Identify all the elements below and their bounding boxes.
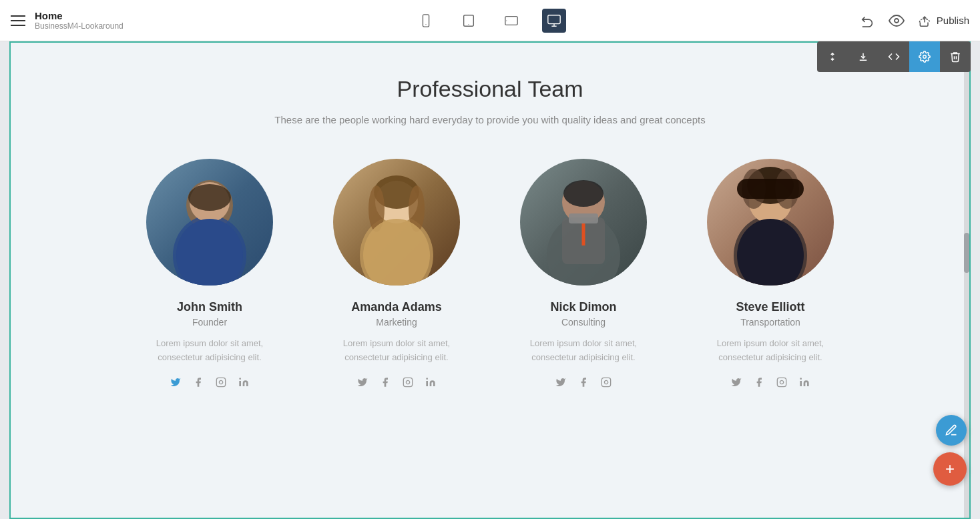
member-bio-steve-elliott: Lorem ipsum dolor sit amet,consectetur a… — [717, 337, 824, 365]
section-toolbar — [817, 41, 971, 72]
member-role-amanda-adams: Marketing — [376, 317, 417, 328]
svg-rect-50 — [777, 378, 786, 386]
team-section: Professional Team These are the people w… — [11, 43, 969, 429]
member-bio-nick-dimon: Lorem ipsum dolor sit amet,consectetur a… — [530, 337, 637, 365]
settings-button[interactable] — [909, 41, 940, 72]
member-bio-john-smith: Lorem ipsum dolor sit amet,consectetur a… — [156, 337, 263, 365]
svg-point-34 — [426, 378, 428, 380]
member-role-steve-elliott: Transportation — [740, 317, 800, 328]
member-name-amanda-adams: Amanda Adams — [351, 300, 441, 314]
member-bio-amanda-adams: Lorem ipsum dolor sit amet,consectetur a… — [343, 337, 450, 365]
facebook-icon-steve-elliott[interactable] — [752, 376, 766, 389]
code-button[interactable] — [879, 41, 909, 72]
facebook-icon-john-smith[interactable] — [192, 376, 205, 389]
preview-button[interactable] — [889, 13, 905, 29]
scrollbar-track[interactable] — [964, 43, 969, 518]
instagram-icon-amanda-adams[interactable] — [401, 376, 415, 389]
undo-button[interactable] — [861, 13, 875, 28]
download-button[interactable] — [848, 41, 879, 72]
social-icons-john-smith — [169, 376, 250, 389]
social-icons-steve-elliott — [730, 376, 811, 389]
delete-button[interactable] — [940, 41, 971, 72]
svg-rect-4 — [505, 16, 517, 25]
top-bar-left: Home BusinessM4-Lookaround — [11, 10, 144, 31]
tablet-landscape-view-button[interactable] — [499, 9, 523, 33]
svg-rect-21 — [216, 378, 225, 386]
tablet-view-button[interactable] — [457, 9, 481, 33]
svg-rect-41 — [601, 378, 610, 386]
linkedin-icon-steve-elliott[interactable] — [798, 376, 811, 389]
twitter-icon-john-smith[interactable] — [169, 376, 182, 389]
fab-add-button[interactable]: + — [933, 452, 967, 486]
fab-edit-button[interactable] — [936, 415, 967, 446]
svg-rect-39 — [569, 213, 598, 223]
linkedin-icon-john-smith[interactable] — [237, 376, 250, 389]
fab-add-icon: + — [945, 460, 955, 478]
team-grid: John Smith Founder Lorem ipsum dolor sit… — [64, 159, 916, 389]
svg-rect-52 — [800, 381, 802, 386]
member-name-steve-elliott: Steve Elliott — [736, 300, 804, 314]
member-name-nick-dimon: Nick Dimon — [550, 300, 616, 314]
linkedin-icon-amanda-adams[interactable] — [424, 376, 437, 389]
team-member-john-smith: John Smith Founder Lorem ipsum dolor sit… — [136, 159, 283, 389]
svg-point-24 — [239, 378, 241, 380]
team-member-steve-elliott: Steve Elliott Transportation Lorem ipsum… — [697, 159, 844, 389]
page-canvas: Professional Team These are the people w… — [9, 41, 971, 519]
twitter-icon-amanda-adams[interactable] — [356, 376, 369, 389]
member-role-john-smith: Founder — [192, 317, 227, 328]
publish-label: Publish — [937, 15, 969, 26]
social-icons-amanda-adams — [356, 376, 437, 389]
move-up-button[interactable] — [817, 41, 848, 72]
svg-rect-33 — [426, 381, 428, 386]
site-info: Home BusinessM4-Lookaround — [35, 10, 124, 31]
facebook-icon-nick-dimon[interactable] — [577, 376, 590, 389]
publish-button[interactable]: Publish — [918, 14, 969, 27]
hamburger-menu[interactable] — [11, 15, 25, 26]
top-bar: Home BusinessM4-Lookaround — [0, 0, 980, 41]
avatar-steve-elliott — [707, 159, 834, 286]
scrollbar-thumb[interactable] — [964, 233, 969, 273]
svg-rect-23 — [239, 381, 241, 386]
svg-rect-49 — [737, 179, 804, 199]
mobile-view-button[interactable] — [414, 9, 438, 33]
section-title: Professional Team — [64, 76, 916, 102]
member-role-nick-dimon: Consulting — [561, 317, 605, 328]
twitter-icon-steve-elliott[interactable] — [730, 376, 743, 389]
svg-point-19 — [188, 184, 231, 211]
instagram-icon-nick-dimon[interactable] — [599, 376, 613, 389]
svg-point-15 — [923, 55, 927, 59]
team-member-amanda-adams: Amanda Adams Marketing Lorem ipsum dolor… — [323, 159, 470, 389]
svg-rect-31 — [403, 378, 412, 386]
svg-point-53 — [800, 378, 802, 380]
avatar-john-smith — [146, 159, 273, 286]
social-icons-nick-dimon — [554, 376, 613, 389]
svg-point-37 — [563, 180, 603, 207]
site-title: Home — [35, 10, 124, 21]
member-name-john-smith: John Smith — [177, 300, 242, 314]
desktop-view-button[interactable] — [542, 9, 566, 33]
twitter-icon-nick-dimon[interactable] — [554, 376, 567, 389]
site-subtitle: BusinessM4-Lookaround — [35, 21, 124, 31]
svg-rect-6 — [548, 15, 560, 23]
avatar-amanda-adams — [333, 159, 460, 286]
facebook-icon-amanda-adams[interactable] — [379, 376, 392, 389]
team-member-nick-dimon: Nick Dimon Consulting Lorem ipsum dolor … — [510, 159, 657, 389]
canvas-area: Professional Team These are the people w… — [0, 41, 980, 519]
avatar-nick-dimon — [520, 159, 647, 286]
instagram-icon-steve-elliott[interactable] — [775, 376, 788, 389]
instagram-icon-john-smith[interactable] — [214, 376, 228, 389]
svg-rect-0 — [423, 14, 429, 26]
section-subtitle: These are the people working hard everyd… — [64, 114, 916, 125]
top-bar-right: Publish — [836, 13, 969, 29]
device-switcher — [144, 9, 836, 33]
svg-point-9 — [895, 19, 899, 23]
